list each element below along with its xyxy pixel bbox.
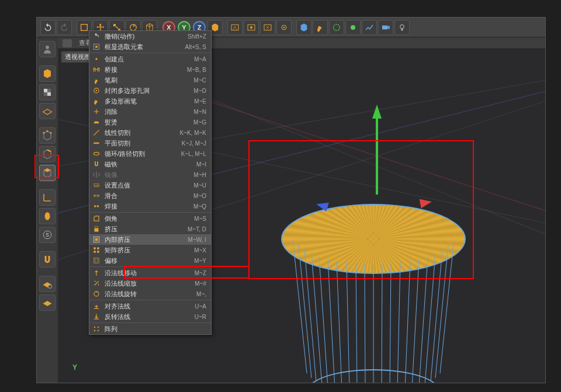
context-menu-label: 阵列 xyxy=(105,325,203,334)
svg-text:S: S xyxy=(46,233,49,238)
offset-icon xyxy=(92,256,101,265)
context-menu-item-align-normal[interactable]: 对齐法线U~A xyxy=(89,301,211,311)
context-menu-item-point[interactable]: 创建点M~A xyxy=(89,54,211,64)
deformer-button[interactable] xyxy=(345,20,361,35)
context-menu-label: 沿法线缩放 xyxy=(105,279,191,288)
planar-workplane-button[interactable] xyxy=(39,294,56,311)
axis-y-arrow[interactable] xyxy=(372,105,382,119)
context-menu-item-undo[interactable]: 撤销(动作)Shift+Z xyxy=(89,31,211,41)
context-menu-item-reverse-normal[interactable]: 反转法线U~R xyxy=(89,311,211,322)
context-menu-label: 磁铁 xyxy=(105,160,193,169)
context-menu-item-dissolve[interactable]: 消除M~N xyxy=(89,106,211,117)
svg-rect-18 xyxy=(47,92,51,96)
undo-button[interactable] xyxy=(40,20,56,35)
redo-button[interactable] xyxy=(57,20,72,35)
context-menu-item-offset[interactable]: 偏移M~Y xyxy=(89,255,211,266)
axis-x-label: X xyxy=(167,24,171,31)
context-menu-shortcut: M~C xyxy=(194,77,206,84)
dissolve-icon xyxy=(92,107,101,116)
environment-button[interactable] xyxy=(362,20,377,35)
lock-workplane-button[interactable] xyxy=(39,276,56,292)
context-menu-shortcut: U~R xyxy=(195,314,206,320)
normal-move-icon xyxy=(92,268,101,277)
axis-mode-button[interactable] xyxy=(39,189,56,206)
context-menu-label: 内部挤压 xyxy=(105,235,185,244)
workplane-mode-button[interactable] xyxy=(39,103,56,119)
object-avatar-icon[interactable] xyxy=(39,41,56,57)
svg-point-15 xyxy=(46,46,49,49)
context-menu-item-weld[interactable]: 焊接M~Q xyxy=(89,201,211,211)
context-menu-item-matrix-extrude[interactable]: 矩阵挤压M~X xyxy=(89,245,211,255)
svg-point-54 xyxy=(94,152,99,155)
render-1-button[interactable] xyxy=(227,20,243,35)
svg-rect-48 xyxy=(95,46,98,48)
primitive-cube-button[interactable] xyxy=(296,20,311,35)
axis-x-arrow[interactable] xyxy=(420,197,432,208)
context-menu-item-plane-cut[interactable]: 平面切割K~J, M~J xyxy=(89,138,211,148)
context-menu-item-line-cut[interactable]: 线性切割K~K, M~K xyxy=(89,127,211,138)
context-menu-label: 设置点值 xyxy=(105,181,191,190)
context-menu-item-iron[interactable]: 熨烫M~G xyxy=(89,117,211,127)
generator-button[interactable] xyxy=(329,20,344,35)
context-menu-item-slide[interactable]: 滑合M~O xyxy=(89,190,211,201)
axis-y-label: Y xyxy=(182,24,186,31)
snap-button[interactable]: S xyxy=(39,227,56,243)
svg-point-58 xyxy=(97,205,99,207)
svg-point-72 xyxy=(94,330,95,331)
render-2-button[interactable] xyxy=(244,20,259,35)
context-menu-label: 多边形画笔 xyxy=(105,97,191,106)
context-menu-item-loop-cut[interactable]: 循环/路径切割K~L, M~L xyxy=(89,148,211,159)
iron-icon xyxy=(92,117,101,127)
viewport-menu-icon[interactable] xyxy=(63,39,72,47)
svg-line-42 xyxy=(382,264,382,383)
spline-pen-button[interactable] xyxy=(313,20,328,35)
context-menu-item-polypen[interactable]: 多边形画笔M~E xyxy=(89,96,211,106)
camera-button[interactable] xyxy=(378,20,393,35)
context-menu-label: 沿法线旋转 xyxy=(105,290,193,299)
context-menu-shortcut: M~W, I xyxy=(188,237,206,243)
context-menu-item-magnet[interactable]: 磁铁M~I xyxy=(89,159,211,169)
context-menu-item-extrude[interactable]: 挤压M~T, D xyxy=(89,224,211,234)
context-menu-item-inner-extrude[interactable]: 内部挤压M~W, I xyxy=(89,234,211,245)
context-menu-item-normal-move[interactable]: 沿法线移动M~Z xyxy=(89,268,211,278)
context-menu-item-normal-rotate[interactable]: 沿法线旋转M~, xyxy=(89,289,211,299)
context-menu-shortcut: M~Y xyxy=(194,258,206,264)
svg-point-71 xyxy=(98,327,99,328)
weld-icon xyxy=(92,202,101,211)
context-menu-item-array[interactable]: 阵列 xyxy=(89,324,211,334)
svg-rect-66 xyxy=(97,251,99,253)
bevel-icon xyxy=(92,214,101,223)
svg-rect-13 xyxy=(382,25,387,29)
point-mode-button[interactable] xyxy=(39,127,56,144)
polygon-mode-button[interactable] xyxy=(39,165,56,181)
context-menu-item-frame[interactable]: 框显选取元素Alt+S, S xyxy=(89,41,211,52)
context-menu-item-brush[interactable]: 笔刷M~C xyxy=(89,75,211,85)
tweak-mode-button[interactable] xyxy=(39,208,56,224)
light-button[interactable] xyxy=(394,20,410,35)
context-menu-item-set-val[interactable]: 123设置点值M~U xyxy=(89,180,211,190)
array-icon xyxy=(92,324,101,334)
render-settings-button[interactable] xyxy=(276,20,292,35)
edge-mode-button[interactable] xyxy=(39,146,56,162)
context-menu-label: 消除 xyxy=(105,107,191,116)
context-menu-label: 笔刷 xyxy=(105,76,191,85)
context-menu-item-normal-scale[interactable]: 沿法线缩放M~# xyxy=(89,278,211,289)
context-menu-item-bevel[interactable]: 倒角M~S xyxy=(89,213,211,224)
context-menu-separator xyxy=(89,300,211,300)
frame-icon xyxy=(92,42,101,51)
magnet-toggle-button[interactable] xyxy=(39,251,56,268)
model-mode-button[interactable] xyxy=(39,65,56,82)
texture-mode-button[interactable] xyxy=(39,84,56,100)
context-menu-item-bridge[interactable]: 桥接M~B, B xyxy=(89,64,211,75)
svg-point-20 xyxy=(50,132,52,134)
svg-point-12 xyxy=(351,25,355,30)
context-menu-item-close-hole[interactable]: 封闭多边形孔洞M~D xyxy=(89,85,211,96)
render-3-button[interactable] xyxy=(260,20,275,35)
svg-rect-64 xyxy=(97,247,99,249)
svg-point-4 xyxy=(130,24,137,30)
slide-icon xyxy=(92,191,101,200)
svg-point-11 xyxy=(334,24,340,30)
svg-line-44 xyxy=(412,259,419,383)
axis-z-arrow[interactable] xyxy=(315,200,328,212)
point-icon xyxy=(92,54,101,64)
